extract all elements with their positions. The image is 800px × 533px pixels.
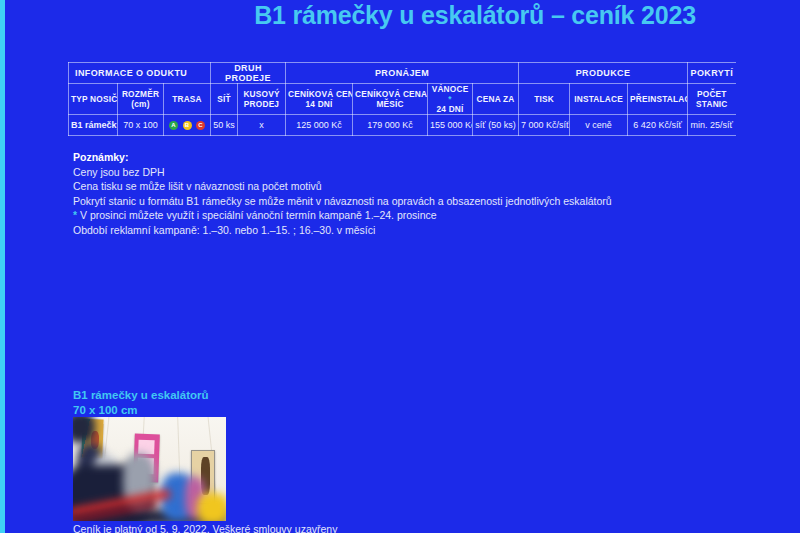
- metro-line-c-badge: C: [196, 121, 205, 130]
- figure-caption-size: 70 x 100 cm: [73, 403, 209, 418]
- validity-note: Ceník je platný od 5. 9. 2022. Veškeré s…: [73, 523, 337, 533]
- cell-tisk: 7 000 Kč/síť: [519, 115, 570, 136]
- group-pronajem: PRONÁJEM: [286, 63, 519, 84]
- metro-line-a-badge: A: [169, 121, 178, 130]
- cell-trasa: A B C: [164, 115, 211, 136]
- group-druh-prodeje: DRUH PRODEJE: [211, 63, 286, 84]
- col-tisk: TISK: [519, 84, 570, 115]
- blurred-commuter: [197, 493, 226, 521]
- col-typ-nosice: TYP NOSIČE: [69, 84, 118, 115]
- cell-kusovy-prodej: x: [238, 115, 286, 136]
- group-pokryti: POKRYTÍ: [688, 63, 736, 84]
- note-line: Pokrytí stanic u formátu B1 rámečky se m…: [73, 194, 612, 209]
- col-pocet-stanic: POČETSTANIC: [688, 84, 736, 115]
- col-preinstalace: PŘEINSTALACE: [628, 84, 688, 115]
- cell-preinstalace: 6 420 Kč/síť: [628, 115, 688, 136]
- cell-typ-nosice: B1 rámečky: [69, 115, 118, 136]
- figure-caption-title: B1 rámečky u eskalátorů: [73, 388, 209, 403]
- cell-cena-mesic: 179 000 Kč: [353, 115, 428, 136]
- table-group-header-row: INFORMACE O ODUKTU DRUH PRODEJE PRONÁJEM…: [69, 63, 736, 84]
- table-row: B1 rámečky 70 x 100 A B C 50 ks x 125 00…: [69, 115, 736, 136]
- cell-instalace: v ceně: [570, 115, 628, 136]
- col-instalace: INSTALACE: [570, 84, 628, 115]
- cell-cena-za: síť (50 ks): [473, 115, 519, 136]
- page-edge-strip: [0, 0, 5, 533]
- note-line: Období reklamní kampaně: 1.–30. nebo 1.–…: [73, 223, 612, 238]
- col-cenikova-cena-14-dni: CENÍKOVÁ CENA14 DNÍ: [286, 84, 353, 115]
- note-line: Ceny jsou bez DPH: [73, 165, 612, 180]
- cell-pocet-stanic: min. 25/síť: [688, 115, 736, 136]
- notes-section: Poznámky: Ceny jsou bez DPH Cena tisku s…: [73, 150, 612, 238]
- table-column-header-row: TYP NOSIČE ROZMĚR(cm) TRASA SÍŤ KUSOVÝPR…: [69, 84, 736, 115]
- figure-caption: B1 rámečky u eskalátorů 70 x 100 cm: [73, 388, 209, 417]
- group-informace: INFORMACE O ODUKTU: [69, 63, 211, 84]
- price-table: INFORMACE O ODUKTU DRUH PRODEJE PRONÁJEM…: [68, 62, 736, 136]
- col-kusovy-prodej: KUSOVÝPRODEJ: [238, 84, 286, 115]
- col-rozmer: ROZMĚR(cm): [118, 84, 164, 115]
- cell-cena-14-dni: 125 000 Kč: [286, 115, 353, 136]
- note-line-vanoce: * V prosinci můžete využít i speciální v…: [73, 208, 612, 223]
- col-cena-za: CENA ZA: [473, 84, 519, 115]
- vanoce-asterisk: *: [430, 94, 470, 104]
- col-vanoce-24-dni: VÁNOCE* 24 DNÍ: [428, 84, 473, 115]
- col-cenikova-cena-mesic: CENÍKOVÁ CENAMĚSÍC: [353, 84, 428, 115]
- group-produkce: PRODUKCE: [519, 63, 688, 84]
- metro-line-b-badge: B: [183, 121, 192, 130]
- cell-sit: 50 ks: [211, 115, 238, 136]
- note-line: Cena tisku se může lišit v návaznosti na…: [73, 179, 612, 194]
- cell-vanoce: 155 000 Kč: [428, 115, 473, 136]
- cell-rozmer: 70 x 100: [118, 115, 164, 136]
- page-title: B1 rámečky u eskalátorů – ceník 2023: [150, 1, 800, 30]
- col-sit: SÍŤ: [211, 84, 238, 115]
- col-trasa: TRASA: [164, 84, 211, 115]
- notes-heading: Poznámky:: [73, 150, 612, 165]
- escalator-photo: [73, 417, 226, 521]
